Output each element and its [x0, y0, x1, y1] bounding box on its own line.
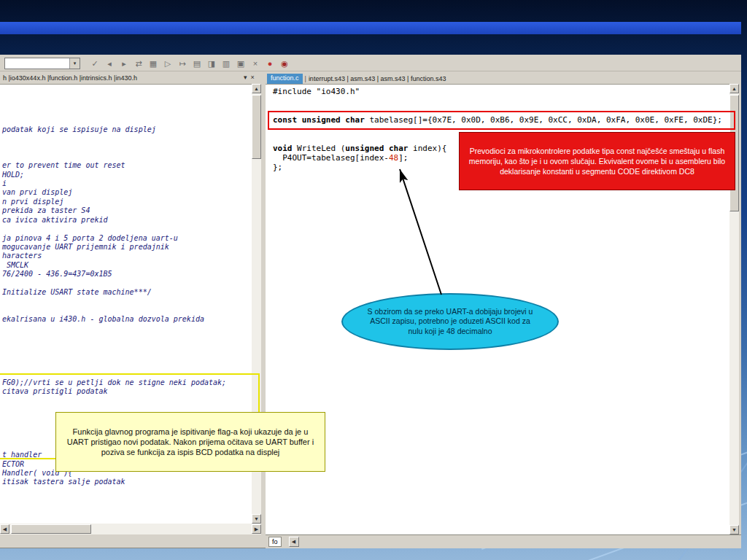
book-icon[interactable]: ▤ [191, 58, 203, 69]
tab-separator: | [303, 75, 309, 82]
tab-close-icon[interactable]: × [251, 74, 255, 81]
toolbar-combo[interactable]: ▾ [4, 58, 80, 69]
arrow-annotation [390, 163, 456, 302]
scroll-right-icon[interactable]: ▶ [252, 524, 261, 534]
nav-forward-icon[interactable]: ▸ [118, 58, 130, 69]
swap-icon[interactable]: ⇄ [133, 58, 144, 69]
comment-icon[interactable]: ● [264, 58, 276, 69]
code-line-func: void WriteLed (unsigned char index){ [273, 144, 446, 153]
tab-dropdown-icon[interactable]: ▾ [244, 74, 247, 81]
right-pane-bottom-strip: fo ◀ [266, 534, 741, 548]
scroll-up-icon[interactable]: ▲ [729, 84, 739, 93]
scroll-down-icon[interactable]: ▼ [252, 514, 261, 524]
step-icon[interactable]: ↦ [177, 58, 188, 69]
tab-function-c[interactable]: function.c [267, 74, 303, 84]
document-tab-row: h |io430x44x.h |function.h |intrinsics.h… [0, 73, 741, 84]
left-horizontal-scrollbar[interactable]: ◀ ▶ [0, 524, 261, 534]
index-offset-value: 48 [389, 153, 398, 163]
copy-icon[interactable]: ◨ [206, 58, 217, 69]
code-line-close: }; [273, 163, 282, 172]
toolbar: ▾ ✓◂▸⇄▦▷↦▤◨▥▣×●◉ [0, 56, 741, 71]
paste-icon[interactable]: ▥ [220, 58, 232, 69]
tab-controls: ▾ × [244, 74, 255, 81]
scrollbar-thumb[interactable] [252, 95, 261, 159]
tab-scroll-left-icon[interactable]: ◀ [289, 537, 299, 547]
right-pane-tabs: function.c | interrupt.s43 | asm.s43 | a… [267, 73, 446, 84]
grid-icon[interactable]: ▦ [147, 58, 159, 69]
check-icon[interactable]: ✓ [89, 58, 101, 69]
code-line-include: #include "io430.h" [273, 87, 360, 96]
code-line-body: P4OUT=tabelaseg[index-48]; [273, 153, 408, 163]
scroll-up-icon[interactable]: ▲ [252, 84, 261, 93]
window-title-bar [0, 22, 741, 34]
red-callout-box: Prevodioci za mikrokontrolere podatke ti… [459, 132, 735, 190]
search-icon[interactable]: ◉ [279, 58, 290, 69]
toolbar-icons: ✓◂▸⇄▦▷↦▤◨▥▣×●◉ [89, 58, 290, 69]
yellow-callout-box: Funkcija glavnog programa je ispitivanje… [55, 412, 325, 472]
run-icon[interactable]: ▷ [162, 58, 174, 69]
close-doc-icon[interactable]: × [249, 58, 261, 69]
scroll-down-icon[interactable]: ▼ [729, 525, 739, 534]
registers-icon[interactable]: ▣ [235, 58, 247, 69]
scrollbar-thumb[interactable] [11, 524, 91, 534]
left-pane-tabs[interactable]: h |io430x44x.h |function.h |intrinsics.h… [3, 74, 137, 82]
chevron-down-icon[interactable]: ▾ [69, 58, 80, 69]
scroll-left-icon[interactable]: ◀ [0, 524, 9, 534]
right-pane-other-tabs[interactable]: interrupt.s43 | asm.s43 | asm.s43 | func… [309, 75, 446, 82]
nav-back-icon[interactable]: ◂ [104, 58, 115, 69]
bottom-doc-tab[interactable]: fo [268, 537, 282, 547]
red-highlight-rectangle [268, 111, 735, 130]
